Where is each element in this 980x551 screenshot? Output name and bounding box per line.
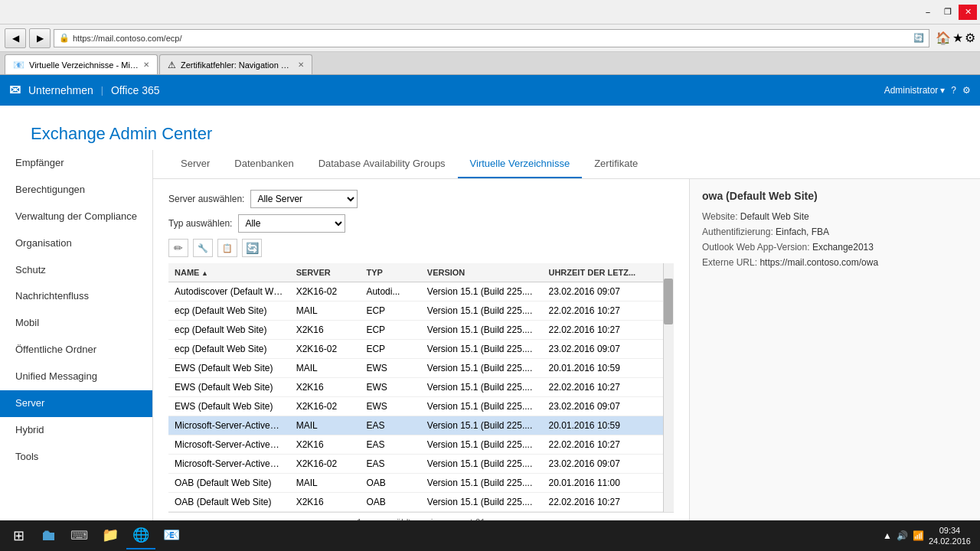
taskbar-ie[interactable]: 🌐 [126, 522, 155, 549]
forward-button[interactable]: ▶ [29, 28, 51, 48]
sidebar-item-compliance[interactable]: Verwaltung der Compliance [0, 204, 152, 230]
col-type[interactable]: TYP [360, 263, 420, 282]
help-icon: ? [951, 85, 956, 96]
properties-button[interactable]: 🔧 [193, 239, 213, 257]
table-row[interactable]: EWS (Default Web Site)X2K16EWSVersion 15… [168, 378, 674, 397]
table-row[interactable]: OAB (Default Web Site)MAILOABVersion 15.… [168, 474, 674, 493]
address-text[interactable]: https://mail.contoso.com/ecp/ [73, 34, 910, 43]
browser-titlebar: − ❐ ✕ [0, 0, 980, 24]
minimize-button[interactable]: − [919, 5, 937, 20]
table-row[interactable]: EWS (Default Web Site)X2K16-02EWSVersion… [168, 397, 674, 416]
table-row[interactable]: ecp (Default Web Site)X2K16-02ECPVersion… [168, 340, 674, 359]
restore-button[interactable]: ❐ [939, 5, 957, 20]
list-toolbar: ✏ 🔧 📋 🔄 [168, 239, 674, 257]
tools-icon[interactable]: ⚙ [965, 31, 975, 45]
sidebar-item-schutz[interactable]: Schutz [0, 257, 152, 284]
tab-1[interactable]: 📧 Virtuelle Verzeichnisse - Mic... ✕ [5, 54, 158, 74]
sidebar-item-public-folders[interactable]: Öffentliche Ordner [0, 337, 152, 364]
taskbar-exchange[interactable]: 📧 [157, 522, 186, 549]
user-menu-button[interactable]: Administrator ▾ [884, 85, 946, 96]
tab-1-favicon: 📧 [13, 60, 24, 70]
detail-website: Website: Default Web Site [702, 211, 968, 222]
topbar-right: Administrator ▾ ? ⚙ [884, 85, 971, 96]
taskbar-volume-icon[interactable]: 🔊 [897, 530, 908, 541]
tab-1-close[interactable]: ✕ [143, 60, 149, 69]
detail-url-label: Externe URL: [702, 257, 757, 268]
office-topbar: ✉ Unternehmen | Office 365 Administrator… [0, 75, 980, 106]
table-header: NAME SERVER TYP VERSION UHRZEIT DER LETZ… [168, 263, 674, 282]
sidebar-item-berechtigungen[interactable]: Berechtigungen [0, 177, 152, 204]
company-name[interactable]: Unternehmen [28, 84, 93, 96]
sidebar-item-hybrid[interactable]: Hybrid [0, 417, 152, 444]
detail-website-label: Website: [702, 211, 737, 222]
type-filter-select[interactable]: Alle [238, 214, 345, 233]
col-name[interactable]: NAME [168, 263, 290, 282]
detail-title: owa (Default Web Site) [702, 190, 968, 202]
tab-datenbanken[interactable]: Datenbanken [222, 150, 305, 178]
copy-button[interactable]: 📋 [217, 239, 237, 257]
sidebar-item-unified-messaging[interactable]: Unified Messaging [0, 364, 152, 390]
list-panel: Server auswählen: Alle Server Typ auswäh… [153, 179, 689, 531]
refresh-icon[interactable]: 🔄 [913, 33, 924, 43]
table-row[interactable]: ecp (Default Web Site)X2K16ECPVersion 15… [168, 321, 674, 340]
tab-virtuelle-verzeichnisse[interactable]: Virtuelle Verzeichnisse [458, 150, 583, 178]
col-version[interactable]: VERSION [421, 263, 543, 282]
detail-owa-label: Outlook Web App-Version: [702, 242, 810, 253]
office-logo: ✉ [9, 82, 21, 99]
content-area: Server Datenbanken Database Availability… [153, 150, 980, 531]
username-label: Administrator [884, 85, 939, 96]
type-filter-row: Typ auswählen: Alle [168, 214, 674, 233]
table-row[interactable]: OAB (Default Web Site)X2K16OABVersion 15… [168, 493, 674, 512]
taskbar-filemanager[interactable]: 📁 [96, 522, 125, 549]
page-title: Exchange Admin Center [15, 113, 980, 150]
table-row[interactable]: Microsoft-Server-ActiveSync (...X2K16EAS… [168, 435, 674, 455]
taskbar-terminal[interactable]: ⌨ [64, 522, 94, 549]
browser-tabs: 📧 Virtuelle Verzeichnisse - Mic... ✕ ⚠ Z… [0, 52, 980, 75]
taskbar-right: ▲ 🔊 📶 09:34 24.02.2016 [877, 525, 977, 547]
help-button[interactable]: ? [951, 85, 956, 96]
tab-2-label: Zertifikatfehler: Navigation wu... [181, 60, 293, 70]
detail-owa-value: Exchange2013 [812, 242, 874, 253]
tab-zertifikate[interactable]: Zertifikate [582, 150, 650, 178]
refresh-button[interactable]: 🔄 [242, 239, 262, 257]
favorites-icon[interactable]: ★ [952, 31, 963, 45]
start-button[interactable]: ⊞ [3, 522, 34, 549]
detail-external-url: Externe URL: https://mail.contoso.com/ow… [702, 257, 968, 268]
product-name: Office 365 [111, 84, 160, 96]
edit-button[interactable]: ✏ [168, 239, 188, 257]
sidebar-item-server[interactable]: Server [0, 390, 152, 417]
taskbar-explorer[interactable]: 🖿 [35, 522, 63, 549]
settings-button[interactable]: ⚙ [962, 85, 971, 96]
table-row[interactable]: Autodiscover (Default Web Si...X2K16-02A… [168, 282, 674, 302]
tab-dag[interactable]: Database Availability Groups [306, 150, 458, 178]
taskbar-network-icon[interactable]: 📶 [913, 530, 924, 541]
home-icon[interactable]: 🏠 [936, 31, 951, 45]
table-row[interactable]: ecp (Default Web Site)MAILECPVersion 15.… [168, 302, 674, 321]
close-button[interactable]: ✕ [959, 5, 977, 20]
scroll-track[interactable] [663, 263, 674, 512]
sidebar-item-nachrichtenfluss[interactable]: Nachrichtenfluss [0, 283, 152, 310]
detail-auth-label: Authentifizierung: [702, 227, 773, 237]
tab-server[interactable]: Server [168, 150, 222, 178]
settings-icon: ⚙ [962, 85, 971, 96]
table-row[interactable]: Microsoft-Server-ActiveSync (...X2K16-02… [168, 455, 674, 474]
taskbar-arrow-icon[interactable]: ▲ [883, 530, 892, 541]
sidebar-item-tools[interactable]: Tools [0, 444, 152, 471]
topbar-separator: | [101, 85, 103, 96]
scroll-thumb[interactable] [664, 279, 673, 324]
tab-2-close[interactable]: ✕ [298, 60, 304, 69]
sidebar-item-mobil[interactable]: Mobil [0, 310, 152, 337]
address-bar[interactable]: 🔒 https://mail.contoso.com/ecp/ 🔄 [54, 29, 929, 47]
server-filter-label: Server auswählen: [168, 194, 244, 204]
tab-2[interactable]: ⚠ Zertifikatfehler: Navigation wu... ✕ [159, 54, 312, 74]
browser-toolbar: ◀ ▶ 🔒 https://mail.contoso.com/ecp/ 🔄 🏠 … [0, 24, 980, 52]
detail-website-value: Default Web Site [740, 211, 809, 222]
sidebar-item-organisation[interactable]: Organisation [0, 230, 152, 257]
server-filter-select[interactable]: Alle Server [250, 190, 358, 208]
sidebar-item-empfaenger[interactable]: Empfänger [0, 150, 152, 177]
col-server[interactable]: SERVER [290, 263, 361, 282]
back-button[interactable]: ◀ [5, 28, 26, 48]
col-time[interactable]: UHRZEIT DER LETZ... [542, 263, 674, 282]
table-row[interactable]: Microsoft-Server-ActiveSync (...MAILEASV… [168, 416, 674, 435]
table-row[interactable]: EWS (Default Web Site)MAILEWSVersion 15.… [168, 359, 674, 378]
